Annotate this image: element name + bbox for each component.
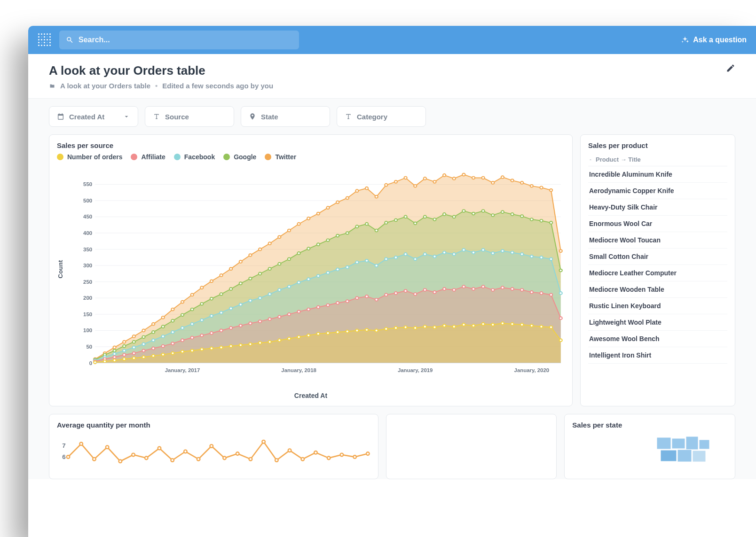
filter-created-at[interactable]: Created At <box>49 106 138 127</box>
chevron-down-icon <box>123 113 130 120</box>
breadcrumb: A look at your Orders table • Edited a f… <box>49 82 273 90</box>
svg-point-112 <box>433 218 436 221</box>
legend-item[interactable]: Twitter <box>265 153 296 161</box>
svg-text:550: 550 <box>83 182 92 187</box>
svg-point-114 <box>453 216 456 218</box>
table-row[interactable]: Incredible Aluminum Knife <box>588 166 727 183</box>
svg-point-207 <box>404 289 407 292</box>
svg-point-137 <box>200 319 203 321</box>
svg-point-132 <box>152 339 155 342</box>
table-row[interactable]: Awesome Wool Bench <box>588 331 727 347</box>
table-row[interactable]: Mediocre Leather Computer <box>588 265 727 281</box>
legend-item[interactable]: Number of orders <box>57 153 122 161</box>
legend-dot-icon <box>265 154 271 160</box>
line-chart-mini[interactable]: 76 <box>57 433 370 470</box>
svg-point-97 <box>288 257 291 260</box>
svg-point-195 <box>288 313 291 316</box>
table-row[interactable]: Mediocre Wool Toucan <box>588 232 727 249</box>
table-row[interactable]: Rustic Linen Keyboard <box>588 298 727 314</box>
svg-point-257 <box>414 327 417 329</box>
svg-rect-303 <box>699 440 709 449</box>
filter-state[interactable]: State <box>241 106 330 127</box>
svg-text:350: 350 <box>83 247 92 252</box>
svg-point-64 <box>443 174 446 177</box>
content-grid: Sales per source Number of ordersAffilia… <box>28 134 756 414</box>
product-table-header[interactable]: Product → Title <box>588 153 727 166</box>
table-row[interactable]: Enormous Wool Car <box>588 216 727 232</box>
filter-category[interactable]: Category <box>337 106 426 127</box>
sparkle-icon <box>681 36 689 44</box>
legend-item[interactable]: Google <box>223 153 256 161</box>
svg-point-208 <box>414 293 417 296</box>
svg-text:January, 2017: January, 2017 <box>165 367 200 373</box>
chart-legend: Number of ordersAffiliateFacebookGoogleT… <box>57 153 565 161</box>
svg-point-277 <box>79 442 83 445</box>
table-row[interactable]: Aerodynamic Copper Knife <box>588 183 727 199</box>
header-bar: Ask a question <box>28 26 756 54</box>
svg-point-128 <box>113 352 116 355</box>
svg-point-102 <box>336 234 339 237</box>
svg-point-152 <box>346 266 349 269</box>
legend-item[interactable]: Affiliate <box>131 153 165 161</box>
svg-point-54 <box>346 196 349 199</box>
svg-point-73 <box>530 185 533 187</box>
map-chart[interactable] <box>572 433 713 470</box>
svg-text:450: 450 <box>83 214 92 220</box>
svg-point-199 <box>326 304 329 307</box>
area-chart[interactable]: 050100150200250300350400450500550January… <box>78 164 565 376</box>
filter-source[interactable]: Source <box>145 106 234 127</box>
svg-point-149 <box>317 274 320 277</box>
svg-point-231 <box>162 353 165 356</box>
svg-point-269 <box>530 324 533 327</box>
svg-point-238 <box>229 345 232 348</box>
svg-point-260 <box>443 324 446 327</box>
svg-point-58 <box>385 184 387 187</box>
svg-point-79 <box>113 349 116 352</box>
legend-label: Twitter <box>275 153 296 161</box>
legend-label: Facebook <box>184 153 215 161</box>
search-box[interactable] <box>59 31 299 49</box>
table-row[interactable]: Intelligent Iron Shirt <box>588 347 727 364</box>
legend-label: Number of orders <box>67 153 122 161</box>
edit-button[interactable] <box>726 63 735 75</box>
location-icon <box>249 113 256 120</box>
svg-point-145 <box>278 288 281 291</box>
breadcrumb-link[interactable]: A look at your Orders table <box>60 82 150 90</box>
svg-point-293 <box>288 449 291 452</box>
svg-point-65 <box>453 177 456 180</box>
filter-label: Created At <box>69 113 104 121</box>
svg-point-233 <box>181 350 184 353</box>
svg-point-91 <box>229 288 232 290</box>
svg-point-237 <box>220 346 222 349</box>
ask-a-question-button[interactable]: Ask a question <box>681 36 747 44</box>
search-input[interactable] <box>79 36 292 44</box>
svg-point-272 <box>559 339 562 342</box>
svg-point-290 <box>249 458 252 461</box>
svg-point-259 <box>433 326 436 329</box>
table-row[interactable]: Mediocre Wooden Table <box>588 281 727 298</box>
svg-point-150 <box>326 271 329 274</box>
svg-point-96 <box>278 263 281 265</box>
svg-point-35 <box>162 316 165 319</box>
svg-point-103 <box>346 232 349 234</box>
app-logo-icon[interactable] <box>38 33 52 47</box>
svg-point-63 <box>433 180 436 183</box>
table-row[interactable]: Lightweight Wool Plate <box>588 314 727 331</box>
svg-point-192 <box>259 320 261 323</box>
svg-point-210 <box>433 291 436 294</box>
svg-point-282 <box>145 457 148 460</box>
svg-point-271 <box>550 326 552 329</box>
table-row[interactable]: Small Cotton Chair <box>588 249 727 265</box>
y-axis-label: Count <box>57 260 64 278</box>
svg-point-236 <box>210 347 213 350</box>
svg-point-41 <box>220 274 222 277</box>
svg-point-34 <box>152 323 155 326</box>
table-row[interactable]: Heavy-Duty Silk Chair <box>588 199 727 216</box>
legend-item[interactable]: Facebook <box>174 153 215 161</box>
svg-point-153 <box>355 261 358 264</box>
legend-dot-icon <box>57 154 63 160</box>
filter-label: Category <box>357 113 387 121</box>
svg-point-270 <box>540 325 543 328</box>
svg-point-143 <box>259 296 261 299</box>
filter-label: State <box>261 113 278 121</box>
